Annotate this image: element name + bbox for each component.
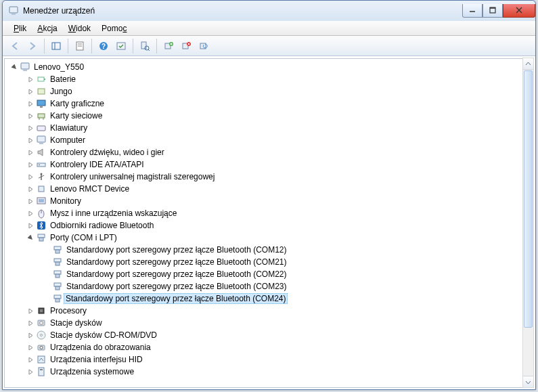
- tree-category-label: Lenovo RMCT Device: [49, 184, 130, 194]
- tree-category-label: Urządzenia systemowe: [49, 367, 135, 376]
- expand-toggle[interactable]: [25, 220, 36, 231]
- close-button[interactable]: [503, 4, 535, 18]
- expand-toggle[interactable]: [25, 135, 36, 146]
- tree-device-label: Standardowy port szeregowy przez łącze B…: [66, 245, 287, 255]
- menu-file[interactable]: Plik: [8, 22, 32, 35]
- tree-category[interactable]: Kontrolery uniwersalnej magistrali szere…: [7, 171, 533, 183]
- tree-category-label: Monitory: [49, 196, 82, 206]
- tree-category-label: Klawiatury: [49, 123, 88, 133]
- device-tree[interactable]: Lenovo_Y550BaterieJungoKarty graficzneKa…: [4, 58, 534, 388]
- expand-toggle[interactable]: [25, 208, 36, 219]
- tree-category-label: Procesory: [49, 306, 87, 315]
- window-title: Menedżer urządzeń: [23, 6, 95, 16]
- minimize-button[interactable]: [462, 4, 483, 18]
- tree-category-label: Komputer: [49, 135, 86, 145]
- tree-category[interactable]: Karty graficzne: [7, 97, 533, 110]
- expand-toggle[interactable]: [25, 74, 36, 85]
- vertical-scrollbar[interactable]: [522, 58, 534, 388]
- port-icon: [52, 257, 63, 267]
- sound-icon: [36, 147, 47, 158]
- properties-button[interactable]: [72, 38, 88, 54]
- expand-toggle[interactable]: [25, 147, 36, 158]
- hid-icon: [36, 354, 47, 365]
- scroll-thumb[interactable]: [524, 70, 533, 328]
- tree-category[interactable]: Komputer: [7, 134, 533, 146]
- expand-toggle[interactable]: [25, 86, 36, 97]
- toolbar: [3, 36, 535, 56]
- menu-help[interactable]: Pomoc: [96, 22, 132, 35]
- show-hide-tree-button[interactable]: [48, 38, 64, 54]
- tree-device-label: Standardowy port szeregowy przez łącze B…: [66, 282, 287, 291]
- tree-category[interactable]: Kontrolery IDE ATA/ATAPI: [7, 158, 533, 171]
- expand-toggle[interactable]: [25, 171, 36, 182]
- update-driver-button[interactable]: [160, 38, 177, 54]
- tree-category-label: Urządzenia do obrazowania: [49, 343, 152, 352]
- expand-toggle[interactable]: [25, 159, 36, 170]
- tree-category[interactable]: Stacje dysków CD-ROM/DVD: [7, 329, 533, 341]
- tree-root[interactable]: Lenovo_Y550: [7, 61, 533, 73]
- expand-toggle[interactable]: [25, 183, 36, 194]
- tree-category-label: Odbiorniki radiowe Bluetooth: [49, 221, 154, 230]
- maximize-button[interactable]: [483, 4, 503, 18]
- expand-toggle[interactable]: [25, 330, 36, 341]
- tree-category[interactable]: Lenovo RMCT Device: [7, 183, 533, 195]
- tree-device-label: Standardowy port szeregowy przez łącze B…: [66, 269, 287, 279]
- tree-device[interactable]: Standardowy port szeregowy przez łącze B…: [7, 256, 533, 268]
- tree-category[interactable]: Procesory: [7, 305, 533, 317]
- port-icon: [36, 232, 47, 243]
- tree-category[interactable]: Porty (COM i LPT): [7, 232, 533, 244]
- disable-button[interactable]: [196, 38, 212, 54]
- device-manager-window: Menedżer urządzeń Plik Akcja Widok Pomoc…: [2, 0, 536, 390]
- titlebar[interactable]: Menedżer urządzeń: [3, 1, 535, 21]
- tree-category[interactable]: Urządzenia systemowe: [7, 366, 533, 378]
- tree-device-label: Standardowy port szeregowy przez łącze B…: [64, 293, 288, 304]
- expand-toggle[interactable]: [25, 196, 36, 206]
- expand-toggle[interactable]: [25, 123, 36, 133]
- tree-category-label: Porty (COM i LPT): [49, 233, 118, 242]
- tree-category[interactable]: Stacje dysków: [7, 317, 533, 329]
- tree-category[interactable]: Urządzenia interfejsu HID: [7, 353, 533, 366]
- tree-root-label: Lenovo_Y550: [33, 62, 85, 72]
- action-button[interactable]: [113, 38, 129, 54]
- tree-device[interactable]: Standardowy port szeregowy przez łącze B…: [7, 268, 533, 280]
- tree-category-label: Baterie: [49, 74, 76, 84]
- tree-device[interactable]: Standardowy port szeregowy przez łącze B…: [7, 280, 533, 292]
- expand-toggle[interactable]: [25, 305, 36, 316]
- expand-toggle[interactable]: [25, 98, 36, 109]
- expand-toggle[interactable]: [25, 342, 36, 353]
- scroll-up-button[interactable]: [523, 58, 533, 70]
- tree-category[interactable]: Jungo: [7, 85, 533, 97]
- tree-device[interactable]: Standardowy port szeregowy przez łącze B…: [7, 244, 533, 256]
- help-button[interactable]: [95, 38, 112, 54]
- keyboard-icon: [36, 123, 47, 133]
- expand-toggle[interactable]: [25, 366, 36, 377]
- system-icon: [36, 366, 47, 377]
- menu-action[interactable]: Akcja: [32, 22, 62, 35]
- tree-category[interactable]: Baterie: [7, 73, 533, 85]
- imaging-icon: [36, 342, 47, 353]
- app-icon: [8, 5, 19, 16]
- expand-toggle[interactable]: [9, 62, 20, 72]
- tree-device[interactable]: Standardowy port szeregowy przez łącze B…: [7, 292, 533, 305]
- expand-toggle[interactable]: [25, 318, 36, 328]
- tree-category[interactable]: Odbiorniki radiowe Bluetooth: [7, 219, 533, 232]
- network-icon: [36, 110, 47, 121]
- ide-icon: [36, 159, 47, 170]
- forward-button[interactable]: [24, 38, 41, 54]
- expand-toggle[interactable]: [25, 232, 36, 243]
- scan-hardware-button[interactable]: [137, 38, 153, 54]
- tree-category[interactable]: Karty sieciowe: [7, 110, 533, 122]
- expand-toggle[interactable]: [25, 110, 36, 121]
- tree-category[interactable]: Kontrolery dźwięku, wideo i gier: [7, 146, 533, 158]
- uninstall-button[interactable]: [178, 38, 194, 54]
- expand-toggle[interactable]: [25, 354, 36, 365]
- back-button[interactable]: [7, 38, 23, 54]
- menu-view[interactable]: Widok: [63, 22, 96, 35]
- tree-category[interactable]: Urządzenia do obrazowania: [7, 341, 533, 353]
- tree-category-label: Jungo: [49, 87, 73, 96]
- tree-category[interactable]: Mysz i inne urządzenia wskazujące: [7, 207, 533, 219]
- tree-category[interactable]: Klawiatury: [7, 122, 533, 134]
- scroll-down-button[interactable]: [523, 376, 533, 387]
- tree-category[interactable]: Monitory: [7, 195, 533, 207]
- device-icon: [36, 183, 47, 194]
